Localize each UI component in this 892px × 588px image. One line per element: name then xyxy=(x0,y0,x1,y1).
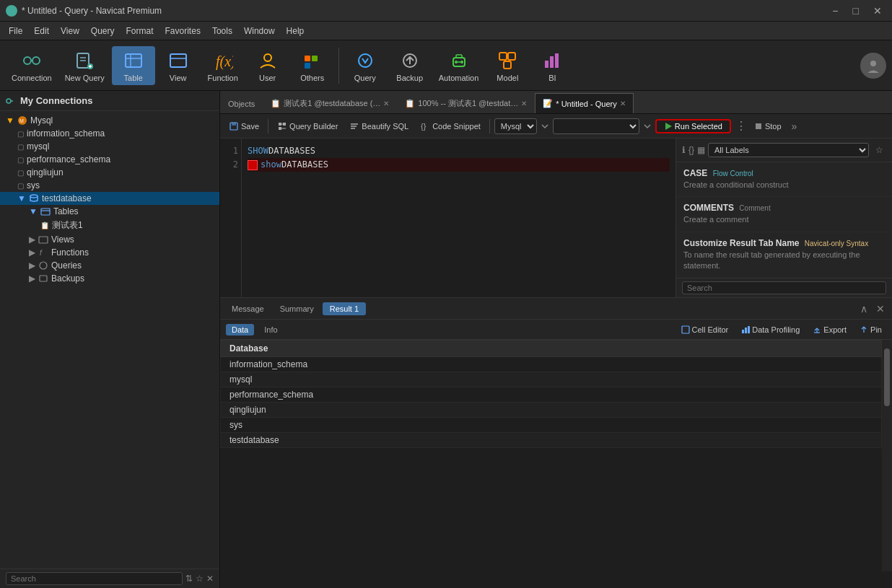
result-toolbar: Data Info Cell Editor Data Profiling xyxy=(220,320,892,340)
svg-point-35 xyxy=(6,99,11,103)
backups-folder-icon xyxy=(38,273,48,284)
connection-icon xyxy=(20,49,43,72)
tree-item-backups[interactable]: ▶ Backups xyxy=(0,272,219,285)
window-controls[interactable]: − □ ✕ xyxy=(828,4,886,18)
window-title: * Untitled - Query - Navicat Premium xyxy=(22,6,162,16)
toolbar-table[interactable]: Table xyxy=(112,46,155,85)
table-selector[interactable] xyxy=(553,118,639,134)
filter-icon[interactable]: ✕ xyxy=(206,574,214,584)
result-tab-summary[interactable]: Summary xyxy=(273,302,321,315)
tree-item-information-schema[interactable]: ▢ information_schema xyxy=(0,127,219,140)
beautify-button[interactable]: Beautify SQL xyxy=(345,120,413,133)
sidebar-search-input[interactable] xyxy=(6,572,183,585)
toolbar-connection[interactable]: Connection xyxy=(6,46,58,85)
toolbar-backup[interactable]: Backup xyxy=(388,46,432,85)
tree-item-views[interactable]: ▶ Views xyxy=(0,233,219,246)
tree-item-test-table1[interactable]: 📋 测试表1 xyxy=(0,218,219,233)
query-builder-button[interactable]: Query Builder xyxy=(273,120,342,133)
toolbar-query[interactable]: Query xyxy=(344,46,387,85)
sort-icon[interactable]: ⇅ xyxy=(185,574,193,584)
toolbar-automation[interactable]: Automation xyxy=(433,46,485,85)
run-icon xyxy=(664,122,673,131)
toolbar-function[interactable]: f(x) Function xyxy=(201,46,245,85)
tab-objects[interactable]: Objects xyxy=(220,93,263,113)
data-profiling-button[interactable]: Data Profiling xyxy=(737,324,804,335)
menu-edit[interactable]: Edit xyxy=(28,25,55,38)
toolbar-model[interactable]: Model xyxy=(486,46,529,85)
snippets-list: CASE Flow Control Create a conditional c… xyxy=(676,162,892,278)
tree-item-mysql[interactable]: ▼ M Mysql xyxy=(0,114,219,127)
result-close-button[interactable]: ✕ xyxy=(873,303,888,315)
result-scrollbar[interactable] xyxy=(882,340,892,571)
tab-query-close[interactable]: ✕ xyxy=(620,100,626,107)
result-collapse-button[interactable]: ∧ xyxy=(857,303,870,315)
toolbar-bi-label: BI xyxy=(548,74,556,82)
result-scroll-thumb[interactable] xyxy=(884,348,890,406)
menu-format[interactable]: Format xyxy=(121,25,159,38)
tree-item-functions[interactable]: ▶ f Functions xyxy=(0,246,219,259)
toolbar-new-query[interactable]: New Query xyxy=(59,46,110,85)
run-selected-button[interactable]: Run Selected xyxy=(655,119,731,133)
menu-favorites[interactable]: Favorites xyxy=(159,25,206,38)
menu-view[interactable]: View xyxy=(55,25,85,38)
beautify-label: Beautify SQL xyxy=(362,122,408,131)
tab-100pct-label: 100% -- 测试表1 @testdat… xyxy=(418,98,518,109)
stop-button[interactable]: Stop xyxy=(750,120,786,132)
menu-query[interactable]: Query xyxy=(85,25,121,38)
svg-point-24 xyxy=(460,61,463,63)
tree-label-qingliujun: qingliujun xyxy=(27,167,64,177)
result-tab-message[interactable]: Message xyxy=(224,302,271,315)
snippet-comments[interactable]: COMMENTS Comment Create a comment xyxy=(676,197,892,232)
tree-item-queries[interactable]: ▶ Queries xyxy=(0,259,219,272)
tab-untitled-query[interactable]: 📝 * Untitled - Query ✕ xyxy=(535,93,633,113)
snippet-customize[interactable]: Customize Result Tab Name Navicat-only S… xyxy=(676,232,892,278)
minimize-button[interactable]: − xyxy=(828,4,842,18)
tree-item-performance-schema[interactable]: ▢ performance_schema xyxy=(0,153,219,166)
data-tab[interactable]: Data xyxy=(226,324,254,335)
maximize-button[interactable]: □ xyxy=(849,4,863,18)
rp-star-button[interactable]: ☆ xyxy=(872,143,886,157)
model-icon xyxy=(496,49,519,72)
save-button[interactable]: Save xyxy=(224,120,263,133)
menu-help[interactable]: Help xyxy=(281,25,310,38)
toolbar-bi[interactable]: BI xyxy=(530,46,574,85)
svg-rect-62 xyxy=(748,326,750,333)
cell-editor-button[interactable]: Cell Editor xyxy=(677,324,733,335)
query-icon xyxy=(354,49,377,72)
result-table-wrap: Database information_schemamysqlperforma… xyxy=(220,340,882,571)
line-num-2: 2 xyxy=(223,158,238,172)
tree-item-testdatabase[interactable]: ▼ testdatabase xyxy=(0,192,219,205)
pin-button[interactable]: Pin xyxy=(855,324,886,335)
menu-window[interactable]: Window xyxy=(238,25,281,38)
snippet-comments-tag: Comment xyxy=(739,204,770,212)
code-editor[interactable]: SHOW DATABASES show DATABASES xyxy=(242,139,675,297)
code-snippet-button[interactable]: {} Code Snippet xyxy=(416,120,485,133)
toolbar-user[interactable]: User xyxy=(246,46,289,85)
result-tab-result1[interactable]: Result 1 xyxy=(323,302,366,315)
db-selector[interactable]: Mysql xyxy=(494,118,537,134)
star-icon[interactable]: ☆ xyxy=(196,574,204,584)
svg-point-1 xyxy=(32,57,40,64)
tree-item-tables[interactable]: ▼ Tables xyxy=(0,205,219,218)
menu-file[interactable]: File xyxy=(3,25,28,38)
tab-100pct[interactable]: 📋 100% -- 测试表1 @testdat… ✕ xyxy=(397,93,535,113)
toolbar-view[interactable]: View xyxy=(157,46,200,85)
sidebar-title: My Connections xyxy=(20,95,92,106)
toolbar-separator xyxy=(338,48,339,84)
tree-item-sys[interactable]: ▢ sys xyxy=(0,179,219,192)
snippet-case[interactable]: CASE Flow Control Create a conditional c… xyxy=(676,162,892,197)
toolbar-others[interactable]: Others xyxy=(291,46,334,85)
snippet-search-input[interactable] xyxy=(682,281,886,294)
tab-test-table1[interactable]: 📋 测试表1 @testdatabase (… ✕ xyxy=(263,93,397,113)
qt-expand[interactable]: » xyxy=(792,120,797,132)
export-button[interactable]: Export xyxy=(808,324,851,335)
close-button[interactable]: ✕ xyxy=(869,4,886,18)
tab-table1-close[interactable]: ✕ xyxy=(383,100,389,107)
menu-tools[interactable]: Tools xyxy=(206,25,238,38)
svg-rect-28 xyxy=(508,53,515,60)
label-selector[interactable]: All Labels xyxy=(708,143,869,157)
info-tab[interactable]: Info xyxy=(258,324,283,335)
tree-item-mysql-db[interactable]: ▢ mysql xyxy=(0,140,219,153)
tree-item-qingliujun[interactable]: ▢ qingliujun xyxy=(0,166,219,179)
tab-100pct-close[interactable]: ✕ xyxy=(521,100,527,107)
